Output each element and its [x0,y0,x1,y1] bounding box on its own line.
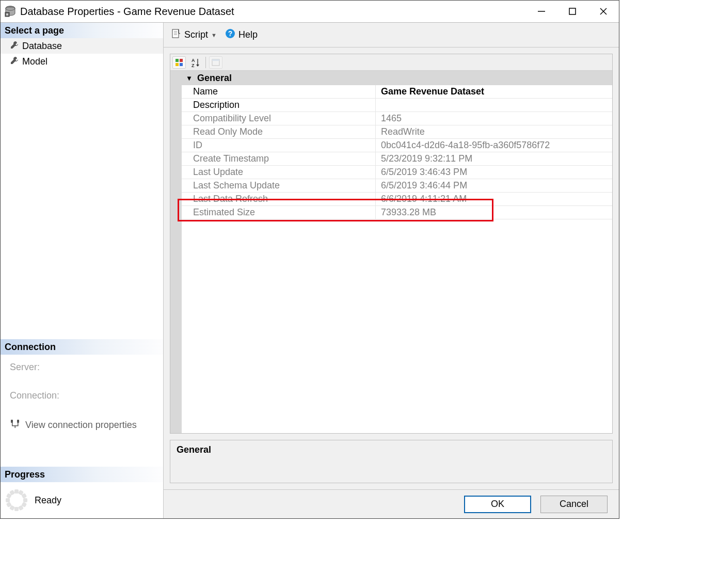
alphabetical-button[interactable]: AZ [189,56,202,69]
connection-icon [10,419,20,432]
svg-rect-29 [212,59,219,61]
svg-rect-23 [180,63,183,66]
connection-header: Connection [1,339,163,355]
progress-header: Progress [1,467,163,482]
toolbar: Script ▼ ? Help [164,23,619,47]
close-button[interactable] [588,1,619,22]
database-icon [1,6,20,17]
titlebar: Database Properties - Game Revenue Datas… [1,1,619,22]
property-row[interactable]: Last Schema Update6/5/2019 3:46:44 PM [182,179,612,193]
grid-gutter [170,71,182,433]
svg-text:?: ? [228,29,233,38]
property-row[interactable]: Compatibility Level1465 [182,112,612,125]
property-key: Last Update [182,166,376,179]
server-label: Server: [10,362,156,373]
connection-body: Server: Connection: View connection prop… [1,355,163,436]
svg-rect-22 [176,63,179,66]
window-controls [526,1,619,22]
right-panel: Script ▼ ? Help [164,23,619,518]
wrench-icon [10,40,19,52]
page-item-label: Database [22,41,62,52]
select-page-header: Select a page [1,23,163,38]
wrench-icon [10,56,19,68]
property-key: Last Data Refresh [182,193,376,205]
connection-link-text: View connection properties [25,420,137,431]
svg-rect-20 [176,59,179,62]
svg-text:A: A [192,58,195,63]
property-row[interactable]: Read Only ModeReadWrite [182,125,612,139]
window-title: Database Properties - Game Revenue Datas… [20,6,526,18]
description-title: General [177,444,211,455]
property-row[interactable]: NameGame Revenue Dataset [182,85,612,99]
svg-rect-3 [6,13,8,15]
chevron-down-icon: ▾ [185,74,193,82]
svg-rect-21 [180,59,183,62]
property-value: Game Revenue Dataset [376,85,612,98]
page-item-database[interactable]: Database [1,38,163,54]
property-key: Last Schema Update [182,179,376,192]
property-pages-button[interactable] [209,56,222,69]
property-grid-toolbar: AZ [170,54,612,71]
property-row[interactable]: Create Timestamp5/23/2019 9:32:11 PM [182,152,612,166]
property-value: 73933.28 MB [376,206,612,219]
script-label: Script [184,29,208,40]
category-label: General [197,73,232,84]
property-row[interactable]: Last Data Refresh6/6/2019 4:11:21 AM [182,193,612,206]
property-row[interactable]: Estimated Size73933.28 MB [182,206,612,219]
property-value: 1465 [376,112,612,125]
page-item-label: Model [22,56,47,67]
minimize-button[interactable] [526,1,557,22]
script-icon [171,28,181,41]
dialog-window: Database Properties - Game Revenue Datas… [0,0,619,519]
connection-label: Connection: [10,390,156,401]
property-value: 0bc041c4-d2d6-4a18-95fb-a360f5786f72 [376,139,612,152]
left-panel: Select a page Database Model Connection [1,23,164,518]
help-icon: ? [225,28,235,41]
script-button[interactable]: Script ▼ [169,27,219,42]
description-panel: General [170,440,613,483]
property-key: Name [182,85,376,98]
property-value: 5/23/2019 9:32:11 PM [376,152,612,165]
property-value: 6/5/2019 3:46:44 PM [376,179,612,192]
page-tree: Database Model [1,38,163,69]
property-key: Description [182,99,376,112]
help-label: Help [238,29,258,40]
property-value: 6/5/2019 3:46:43 PM [376,166,612,179]
category-row-general[interactable]: ▾ General [182,71,612,85]
svg-text:Z: Z [192,63,195,68]
svg-rect-14 [172,29,179,38]
property-grid-panel: AZ ▾ General [170,54,613,434]
ok-button[interactable]: OK [464,496,531,513]
dialog-footer: OK Cancel [164,489,619,518]
property-row[interactable]: Last Update6/5/2019 3:46:43 PM [182,166,612,179]
property-grid[interactable]: ▾ General NameGame Revenue DatasetDescri… [182,71,612,433]
progress-body: Ready [1,482,163,518]
view-connection-properties-link[interactable]: View connection properties [10,419,156,432]
svg-marker-27 [196,65,199,67]
categorized-button[interactable] [172,56,186,69]
property-key: Read Only Mode [182,125,376,138]
svg-rect-13 [15,425,16,428]
page-item-model[interactable]: Model [1,54,163,69]
property-value: 6/6/2019 4:11:21 AM [376,193,612,205]
cancel-button[interactable]: Cancel [540,496,608,513]
property-key: Estimated Size [182,206,376,219]
maximize-button[interactable] [557,1,588,22]
property-key: Create Timestamp [182,152,376,165]
cancel-label: Cancel [560,499,588,510]
progress-status: Ready [35,495,61,506]
svg-rect-8 [11,420,13,423]
property-key: Compatibility Level [182,112,376,125]
spinner-icon [6,489,27,511]
property-value: ReadWrite [376,125,612,138]
svg-rect-5 [569,8,576,14]
property-row[interactable]: Description [182,99,612,112]
chevron-down-icon: ▼ [211,32,217,38]
property-key: ID [182,139,376,152]
property-value [376,99,612,112]
ok-label: OK [491,499,504,510]
svg-rect-9 [17,420,19,423]
property-row[interactable]: ID0bc041c4-d2d6-4a18-95fb-a360f5786f72 [182,139,612,152]
help-button[interactable]: ? Help [223,27,260,42]
